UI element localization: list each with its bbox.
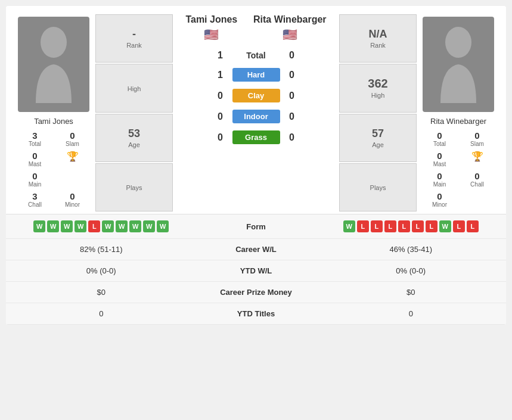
right-avatar: [423, 17, 494, 112]
svg-point-1: [445, 27, 471, 58]
top-section: Tami Jones 3 Total 0 Slam 0 Mast 🏆: [6, 6, 506, 214]
right-age-value: 57: [372, 127, 384, 140]
main-container: Tami Jones 3 Total 0 Slam 0 Mast 🏆: [6, 6, 506, 325]
left-name-header: Tami Jones 🇺🇸: [185, 14, 237, 42]
left-plays-box: Plays: [95, 163, 173, 211]
right-high-box: 362 High: [339, 64, 417, 112]
right-career-wl: 46% (35-41): [316, 239, 507, 260]
right-form-6: L: [412, 220, 424, 232]
right-player-photo: Rita Winebarger 0 Total 0 Slam 0 Mast 🏆: [417, 12, 500, 214]
right-rank-box: N/A Rank: [339, 14, 417, 63]
right-rank-label: Rank: [370, 42, 386, 49]
grass-score-right: 0: [285, 132, 299, 143]
left-high-box: High: [95, 64, 173, 112]
right-prize: $0: [316, 282, 507, 303]
right-trophy-cell: 🏆: [459, 150, 495, 169]
left-ytd-wl: 0% (0-0): [6, 260, 197, 281]
hard-score-left: 1: [213, 70, 228, 80]
right-stats-grid: 0 Total 0 Slam 0 Mast 🏆 0 Main: [421, 129, 495, 209]
left-form-9: W: [143, 220, 155, 232]
right-form-badges: W L L L L L L W L L: [321, 220, 502, 232]
grass-row: 0 Grass 0: [178, 127, 334, 148]
right-trophy-icon: 🏆: [471, 151, 483, 161]
hard-row: 1 Hard 0: [178, 64, 334, 85]
right-mast-label: Mast: [421, 161, 458, 167]
right-minor-label: Minor: [421, 201, 458, 208]
right-high-value: 362: [368, 77, 387, 91]
right-plays-label: Plays: [370, 184, 386, 191]
indoor-score-left: 0: [213, 111, 228, 122]
left-slam-label: Slam: [54, 141, 91, 147]
right-player-name: Rita Winebarger: [430, 117, 486, 126]
left-form-2: W: [47, 220, 59, 232]
left-mast-label: Mast: [17, 161, 53, 167]
right-flag: 🇺🇸: [253, 27, 327, 42]
right-ytd-titles: 0: [316, 303, 507, 324]
total-score-right: 0: [285, 50, 299, 61]
right-info-col: N/A Rank 362 High 57 Age Plays: [339, 12, 417, 214]
clay-score-left: 0: [213, 91, 228, 101]
left-mast-value: 0: [17, 151, 53, 161]
left-form-cell: W W W W L W W W W W: [6, 214, 197, 238]
left-form-5: L: [88, 220, 100, 232]
left-age-value: 53: [128, 127, 140, 140]
indoor-badge: Indoor: [232, 110, 280, 123]
left-chall-cell: 3 Chall: [17, 190, 53, 209]
left-form-8: W: [129, 220, 141, 232]
right-minor-value: 0: [421, 191, 458, 201]
grass-score-left: 0: [213, 132, 228, 143]
left-trophy-icon: 🏆: [67, 151, 79, 161]
left-player-name: Tami Jones: [34, 117, 73, 126]
ytd-wl-row: 0% (0-0) YTD W/L 0% (0-0): [6, 260, 506, 282]
right-total-value: 0: [421, 130, 458, 141]
career-wl-row: 82% (51-11) Career W/L 46% (35-41): [6, 239, 506, 260]
left-form-4: W: [75, 220, 86, 232]
left-avatar-svg: [30, 26, 77, 103]
left-age-label: Age: [128, 141, 140, 148]
left-form-7: W: [116, 220, 128, 232]
left-age-box: 53 Age: [95, 114, 173, 162]
left-total-value: 3: [17, 130, 53, 141]
left-flag: 🇺🇸: [185, 27, 237, 42]
right-age-label: Age: [372, 141, 384, 148]
player-names-row: Tami Jones 🇺🇸 Rita Winebarger 🇺🇸: [178, 14, 334, 42]
right-age-box: 57 Age: [339, 114, 417, 162]
ytd-titles-row: 0 YTD Titles 0: [6, 303, 506, 325]
left-slam-cell: 0 Slam: [54, 129, 91, 148]
left-header-name: Tami Jones: [185, 14, 237, 25]
left-main-cell: 0 Main: [17, 170, 53, 189]
right-mast-cell: 0 Mast: [421, 150, 458, 169]
form-label: Form: [197, 216, 316, 237]
right-total-cell: 0 Total: [421, 129, 458, 148]
right-total-label: Total: [421, 141, 458, 147]
left-minor-cell: 0 Minor: [54, 190, 91, 209]
left-avatar: [18, 17, 89, 112]
left-career-wl: 82% (51-11): [6, 239, 197, 260]
form-row: W W W W L W W W W W Form W L L L: [6, 214, 506, 239]
right-form-1: W: [343, 220, 355, 232]
right-form-7: L: [426, 220, 437, 232]
left-form-6: W: [102, 220, 114, 232]
right-form-4: L: [384, 220, 396, 232]
right-high-label: High: [371, 92, 385, 99]
right-name-header: Rita Winebarger 🇺🇸: [253, 14, 327, 42]
svg-point-0: [41, 27, 67, 58]
left-rank-box: - Rank: [95, 14, 173, 63]
right-slam-value: 0: [459, 130, 495, 141]
right-form-3: L: [371, 220, 383, 232]
left-form-badges: W W W W L W W W W W: [11, 220, 192, 232]
left-info-col: - Rank High 53 Age Plays: [95, 12, 173, 214]
left-total-label: Total: [17, 141, 53, 147]
prize-row: $0 Career Prize Money $0: [6, 282, 506, 303]
left-minor-label: Minor: [54, 201, 91, 208]
hard-badge: Hard: [232, 68, 280, 82]
right-chall-value: 0: [459, 171, 495, 181]
indoor-score-right: 0: [285, 111, 299, 122]
right-form-2: L: [357, 220, 369, 232]
left-rank-label: Rank: [126, 42, 142, 49]
clay-badge: Clay: [232, 89, 280, 102]
right-chall-cell: 0 Chall: [459, 170, 495, 189]
right-mast-value: 0: [421, 151, 458, 161]
right-main-value: 0: [421, 171, 458, 181]
right-form-8: W: [439, 220, 451, 232]
